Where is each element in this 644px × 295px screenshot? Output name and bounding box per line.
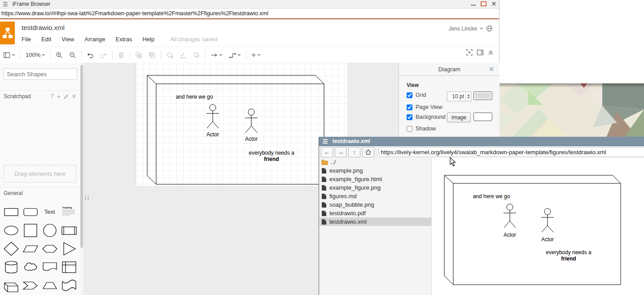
line-color-button[interactable] <box>176 47 190 63</box>
spinner-arrows[interactable] <box>465 92 471 101</box>
splitter-grip-icon[interactable] <box>85 195 88 200</box>
fullscreen-icon[interactable] <box>466 49 473 56</box>
menu-edit[interactable]: Edit <box>41 36 51 43</box>
grid-size-spinner[interactable]: 10 pt <box>447 91 471 101</box>
to-front-button[interactable] <box>132 47 145 63</box>
shadow-checkbox[interactable] <box>407 126 412 132</box>
close-icon[interactable]: ✕ <box>489 65 494 73</box>
file-name[interactable]: example_figure.png <box>329 184 381 191</box>
shape-parallelogram[interactable] <box>21 239 40 258</box>
up-button[interactable]: ↑ <box>348 147 360 157</box>
file-window-titlebar[interactable]: ☰ testdrawio.xml <box>319 137 644 146</box>
shape-diamond[interactable] <box>1 239 21 258</box>
shape-rounded-rectangle[interactable] <box>21 203 40 221</box>
search-input[interactable] <box>4 71 88 78</box>
window-titlebar[interactable]: ☰ iFrame Browser ✕ <box>0 0 499 9</box>
menu-help[interactable]: Help <box>142 36 154 43</box>
fill-color-button[interactable] <box>163 47 176 63</box>
shape-rectangle[interactable] <box>1 203 21 221</box>
user-name[interactable]: Jens Lincke <box>449 26 477 32</box>
shape-circle[interactable] <box>40 221 59 239</box>
to-back-button[interactable] <box>145 47 159 63</box>
zoom-level[interactable]: 100% <box>26 52 40 58</box>
shape-internal-storage[interactable] <box>59 258 79 276</box>
file-row[interactable]: figures.md <box>320 192 431 200</box>
scratchpad-edit-icon[interactable] <box>64 94 69 99</box>
shape-trapezoid[interactable] <box>40 276 59 295</box>
undo-button[interactable] <box>83 47 97 63</box>
file-row[interactable]: testdrawio.pdf <box>320 209 431 217</box>
shape-process[interactable] <box>59 221 79 239</box>
shape-square[interactable] <box>21 221 40 239</box>
window-menu-icon[interactable]: ☰ <box>3 1 8 8</box>
shape-triangle[interactable] <box>59 239 79 258</box>
collapse-icon[interactable] <box>487 49 495 56</box>
zoom-level-dropdown[interactable]: 100% <box>22 47 48 63</box>
menu-file[interactable]: File <box>22 36 31 43</box>
browser-url-text[interactable]: https://www.draw.io/#Hhpi-swa-lab%2Fmark… <box>1 10 268 17</box>
format-panel-toggle-icon[interactable] <box>477 49 484 56</box>
file-name[interactable]: example.png <box>329 167 363 174</box>
shape-textbox[interactable]: Heading <box>59 203 79 221</box>
shadow-button[interactable] <box>190 47 203 63</box>
file-row-selected[interactable]: testdrawio.xml <box>320 217 431 226</box>
shape-cylinder[interactable] <box>1 258 21 276</box>
minimize-button[interactable] <box>471 4 476 6</box>
general-section-header[interactable]: General <box>0 187 80 199</box>
shape-step[interactable] <box>21 276 40 295</box>
page-view-checkbox[interactable] <box>407 104 412 110</box>
file-name[interactable]: ../ <box>331 159 336 165</box>
back-button[interactable]: ← <box>321 147 333 157</box>
connection-style-button[interactable] <box>207 47 226 63</box>
scratchpad-section-header[interactable]: Scratchpad ? + ✕ <box>0 90 80 102</box>
file-name[interactable]: example_figure.html <box>329 176 382 182</box>
menu-arrange[interactable]: Arrange <box>84 36 105 43</box>
file-name[interactable]: soap_bubble.png <box>329 201 374 208</box>
shape-ellipse[interactable] <box>1 221 21 239</box>
scratchpad-add-icon[interactable]: + <box>57 93 61 100</box>
close-button[interactable]: ✕ <box>491 1 496 7</box>
shape-cloud[interactable] <box>21 258 40 276</box>
shape-document[interactable] <box>40 258 59 276</box>
browser-url-bar[interactable]: https://www.draw.io/#Hhpi-swa-lab%2Fmark… <box>0 9 499 19</box>
insert-button[interactable]: + <box>248 47 264 63</box>
file-url-field[interactable]: https://lively-kernel.org/lively4/swalab… <box>379 147 644 157</box>
sidebar-scrollbar-thumb[interactable] <box>80 65 83 248</box>
shape-tape[interactable] <box>59 276 79 295</box>
sidebar-splitter[interactable] <box>83 63 90 295</box>
globe-icon[interactable] <box>486 25 493 32</box>
file-row-parent[interactable]: ../ <box>320 158 431 166</box>
user-menu[interactable]: Jens Lincke <box>449 25 493 32</box>
image-button[interactable]: Image <box>447 113 471 122</box>
page-view-button[interactable] <box>0 47 18 63</box>
redo-button[interactable] <box>97 47 110 63</box>
background-checkbox[interactable] <box>407 114 412 120</box>
maximize-button[interactable] <box>481 1 486 6</box>
home-button[interactable] <box>362 147 374 157</box>
background-color-swatch[interactable] <box>473 113 492 121</box>
forward-button[interactable]: → <box>335 147 347 157</box>
actor-1-label[interactable]: Actor <box>206 131 219 138</box>
grid-size-value[interactable]: 10 pt <box>447 93 465 100</box>
file-name[interactable]: figures.md <box>329 193 357 200</box>
menu-extras[interactable]: Extras <box>116 36 132 43</box>
file-row[interactable]: example.png <box>320 166 431 175</box>
spinner-down-icon[interactable] <box>467 97 470 99</box>
node-caption[interactable]: and here we go <box>176 94 213 100</box>
file-name[interactable]: testdrawio.pdf <box>329 210 366 217</box>
zoom-out-button[interactable] <box>66 47 79 63</box>
node-actor-2[interactable] <box>245 109 258 133</box>
note-line2[interactable]: friend <box>264 156 279 162</box>
menu-view[interactable]: View <box>61 36 74 43</box>
node-actor-1[interactable] <box>206 104 219 128</box>
window-menu-icon[interactable]: ☰ <box>323 138 328 145</box>
note-line1[interactable]: everybody needs a <box>249 150 294 156</box>
actor-2-label[interactable]: Actor <box>245 136 258 142</box>
grid-color-swatch[interactable] <box>473 91 492 100</box>
grid-checkbox[interactable] <box>407 92 412 98</box>
scratchpad-drop-area[interactable]: Drag elements here <box>4 165 76 182</box>
shape-hexagon[interactable] <box>40 239 59 258</box>
scratchpad-help-icon[interactable]: ? <box>51 93 54 100</box>
scratchpad-close-icon[interactable]: ✕ <box>72 93 76 100</box>
file-row[interactable]: example_figure.png <box>320 183 431 192</box>
